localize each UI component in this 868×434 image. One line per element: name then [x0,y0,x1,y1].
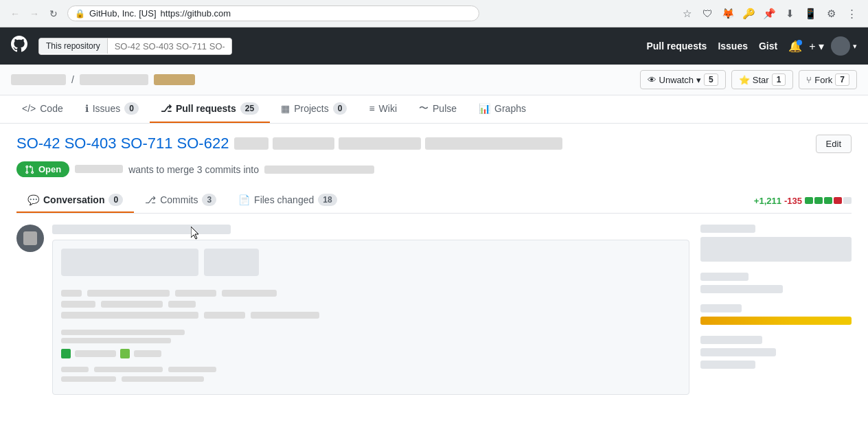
extension-icon-3[interactable]: 🔑 [739,4,758,23]
tab-wiki-label: Wiki [379,103,397,114]
notifications-button[interactable]: 🔔 [788,40,802,53]
files-icon: 📄 [238,194,250,205]
green-square-2 [120,349,130,358]
issues-badge: 0 [124,102,139,115]
code-icon: </> [22,103,36,114]
more-options-button[interactable]: ⋮ [842,4,861,23]
browser-nav-buttons: ← → ↻ [7,5,62,22]
pr-title: SO-42 SO-403 SO-711 SO-622 [16,135,562,152]
diff-additions: +1,211 [754,196,781,206]
edit-button[interactable]: Edit [816,135,852,153]
content-row-2 [61,301,681,308]
extension-icon-7[interactable]: ⚙ [821,4,841,23]
pr-title-row: SO-42 SO-403 SO-711 SO-622 Edit [16,135,852,153]
pr-timeline [16,225,689,406]
avatar-inner [23,231,37,245]
pr-title-text: SO-42 SO-403 SO-711 SO-622 [16,135,229,152]
comment-content [52,240,689,395]
refresh-button[interactable]: ↻ [45,5,62,22]
tab-code-label: Code [40,103,62,114]
files-label: Files changed [254,194,314,205]
open-label: Open [38,164,61,174]
diff-bar-3 [824,197,832,204]
action-blurred-1 [61,249,198,276]
tab-graphs[interactable]: 📊 Graphs [468,95,537,123]
nav-issues[interactable]: Issues [718,41,748,52]
diff-bar-1 [805,197,813,204]
diff-visual-area [61,330,681,358]
browser-chrome: ← → ↻ 🔒 GitHub, Inc. [US] https://github… [0,0,868,27]
star-label: Star [753,75,769,85]
pr-meta-text: wants to merge 3 commits into [75,164,259,175]
address-bar[interactable]: 🔒 GitHub, Inc. [US] https://github.com [67,5,479,21]
tab-pr-label: Pull requests [176,103,236,114]
fork-button[interactable]: ⑂ Fork 7 [799,70,857,89]
comment-actions-blurred [61,249,681,282]
repo-actions: 👁 Unwatch ▾ 5 ⭐ Star 1 ⑂ Fork 7 [640,70,857,89]
comment-block [16,225,689,395]
search-input[interactable] [108,38,231,54]
extension-icon-2[interactable]: 🦊 [718,4,738,23]
tab-pull-requests[interactable]: ⎇ Pull requests 25 [150,95,270,123]
pr-tab-commits[interactable]: ⎇ Commits 3 [134,188,227,213]
diff-bar-5 [843,197,852,204]
bookmark-icon[interactable]: ☆ [677,4,696,23]
author-blurred [75,165,123,173]
nav-pull-requests[interactable]: Pull requests [646,41,707,52]
tab-pulse[interactable]: 〜 Pulse [408,95,468,123]
unwatch-label: Unwatch [659,75,694,85]
sidebar-label-1 [700,225,755,233]
sidebar-label-3 [700,304,742,312]
repo-name-blurred [80,74,148,85]
sidebar-reviewers [700,225,852,262]
tab-projects[interactable]: ▦ Projects 0 [270,95,358,123]
pulse-icon: 〜 [419,102,429,115]
pr-number-blurred-1 [234,137,269,150]
extension-icon-5[interactable]: ⬇ [780,4,799,23]
tab-graphs-label: Graphs [494,103,526,114]
pr-tab-files-changed[interactable]: 📄 Files changed 18 [227,188,348,213]
extension-icon-4[interactable]: 📌 [760,4,779,23]
search-wrapper: This repository [38,38,232,55]
pr-tab-conversation[interactable]: 💬 Conversation 0 [16,188,134,213]
repo-tabs: </> Code ℹ Issues 0 ⎇ Pull requests 25 ▦… [0,95,868,124]
github-header: This repository Pull requests Issues Gis… [0,27,868,65]
open-icon [25,165,34,174]
url-text: https://github.com [161,8,231,19]
content-row-3 [61,312,681,319]
content-row-1 [61,290,681,297]
extension-icon-1[interactable]: 🛡 [698,4,717,23]
diff-squares [61,349,185,358]
conversation-count: 0 [108,194,123,206]
github-logo[interactable] [11,36,27,56]
extension-icon-6[interactable]: 📱 [801,4,820,23]
user-avatar-wrapper[interactable]: ▾ [831,36,857,56]
repo-breadcrumb: / [11,74,635,85]
wiki-icon: ≡ [369,103,374,114]
diff-bar-2 [814,197,823,204]
star-icon: ⭐ [739,75,750,85]
sidebar-content-5 [700,361,755,369]
green-square-1 [61,349,71,358]
branch-blurred [264,165,374,174]
pr-icon: ⎇ [161,103,172,114]
projects-badge: 0 [333,102,347,115]
unwatch-button[interactable]: 👁 Unwatch ▾ 5 [640,70,726,89]
new-item-button[interactable]: + ▾ [809,40,824,53]
sidebar-label-2 [700,273,749,281]
pr-sidebar [700,225,852,406]
nav-gist[interactable]: Gist [759,41,777,52]
back-button[interactable]: ← [7,5,23,22]
tab-projects-label: Projects [294,103,329,114]
forward-button[interactable]: → [26,5,43,22]
repo-extra-blurred [154,74,195,85]
tab-issues-label: Issues [93,103,120,114]
tab-code[interactable]: </> Code [11,95,74,123]
tab-wiki[interactable]: ≡ Wiki [358,95,408,123]
search-repo-label: This repository [39,38,108,54]
tab-pulse-label: Pulse [433,103,457,114]
tab-issues[interactable]: ℹ Issues 0 [74,95,150,123]
site-label: GitHub, Inc. [US] [89,8,157,19]
sidebar-label-4 [700,336,762,344]
star-button[interactable]: ⭐ Star 1 [731,70,794,89]
